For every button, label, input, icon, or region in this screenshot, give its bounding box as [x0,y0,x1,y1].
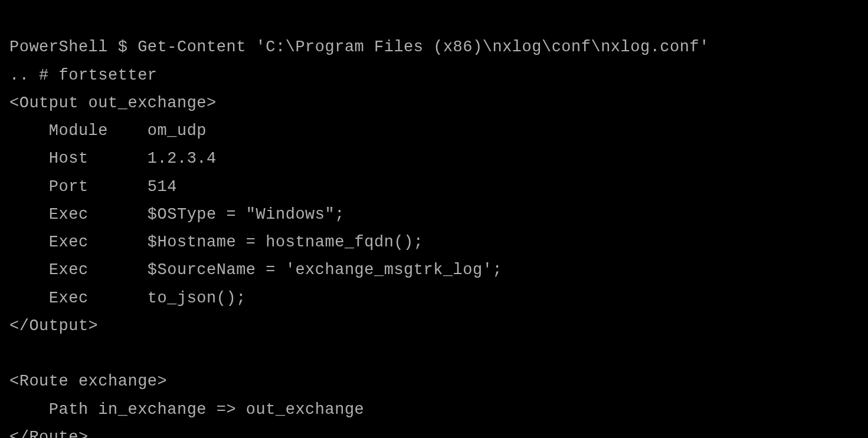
terminal-line: PowerShell $ Get-Content 'C:\Program Fil… [9,38,709,56]
terminal-line: </Output> [9,317,98,335]
terminal-line: Port 514 [9,178,177,196]
terminal-line: <Route exchange> [9,373,167,390]
terminal-line: Exec to_json(); [9,289,246,307]
terminal-line: Host 1.2.3.4 [9,150,217,167]
terminal-line: Path in_exchange => out_exchange [9,401,364,419]
terminal-line: <Output out_exchange> [9,94,217,112]
terminal-line: Exec $SourceName = 'exchange_msgtrk_log'… [9,261,502,279]
terminal-line: Exec $OSType = "Windows"; [9,206,345,223]
terminal-line: Module om_udp [9,122,207,140]
terminal-output: PowerShell $ Get-Content 'C:\Program Fil… [0,0,868,438]
terminal-line: .. # fortsetter [9,67,158,84]
terminal-line: Exec $Hostname = hostname_fqdn(); [9,233,424,251]
terminal-line: </Route> [9,429,89,438]
